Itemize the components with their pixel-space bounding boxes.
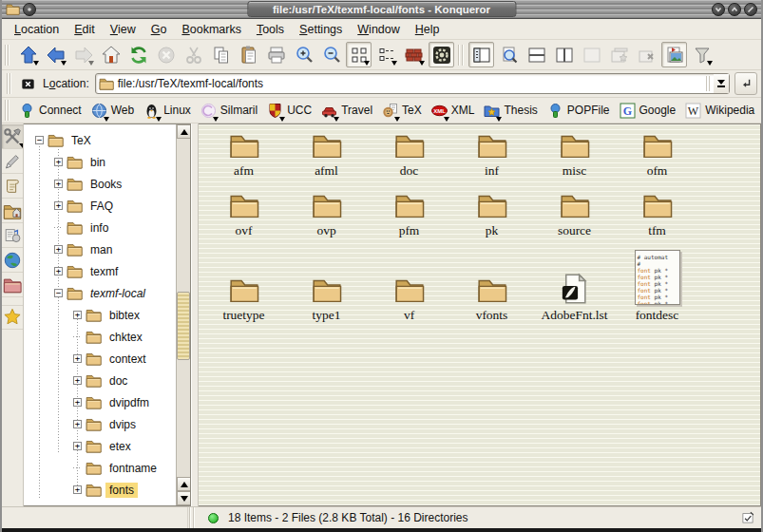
preview-item-fontdesc[interactable]: # automat#font pk *font pk *font pk *fon… [616, 250, 698, 323]
expander-plus-icon[interactable]: + [54, 245, 63, 254]
bookmark-ucc[interactable]: UCC [262, 101, 316, 121]
folder-item-doc[interactable]: doc [368, 130, 450, 179]
icon-view-button[interactable] [346, 42, 372, 67]
folder-item-vfonts[interactable]: vfonts [450, 250, 533, 323]
bookmark-web[interactable]: Web [86, 101, 139, 121]
home-button[interactable] [98, 42, 124, 67]
filter-button[interactable] [689, 42, 715, 67]
tree-item-fonts[interactable]: +fonts [24, 479, 176, 501]
tree-scrollbar[interactable] [176, 124, 190, 505]
folder-item-inf[interactable]: inf [450, 130, 533, 179]
expander-plus-icon[interactable]: + [73, 311, 82, 319]
menu-item-edit[interactable]: Edit [67, 21, 102, 38]
tree-item-chktex[interactable]: chktex [24, 326, 176, 348]
network-button[interactable] [2, 248, 23, 273]
toolbar-grip[interactable] [7, 73, 13, 94]
folder-item-truetype[interactable]: truetype [202, 250, 285, 323]
bookmark-silmaril[interactable]: Silmaril [196, 101, 262, 121]
tree-item-texmf-local[interactable]: −texmf-local [24, 282, 176, 304]
expander-plus-icon[interactable]: + [73, 442, 82, 450]
folder-item-ovf[interactable]: ovf [202, 190, 285, 238]
status-check-icon[interactable] [740, 510, 755, 525]
menu-item-go[interactable]: Go [144, 21, 174, 38]
go-button[interactable] [734, 72, 757, 95]
toolbar-grip[interactable] [5, 45, 11, 66]
expander-plus-icon[interactable]: + [73, 354, 82, 363]
tree-item-fontname[interactable]: fontname [24, 457, 176, 479]
folder-item-vf[interactable]: vf [368, 250, 450, 323]
expander-plus-icon[interactable]: + [54, 267, 63, 276]
file-item-adobefnt.lst[interactable]: AdobeFnt.lst [533, 250, 616, 323]
zoom-in-button[interactable] [291, 42, 316, 67]
reload-button[interactable] [125, 42, 151, 67]
folder-item-pk[interactable]: pk [450, 190, 533, 238]
bookmark-popfile[interactable]: POPFile [543, 101, 615, 121]
minimize-button[interactable] [712, 3, 725, 16]
clear-location-button[interactable] [17, 73, 38, 94]
tree-item-man[interactable]: +man [24, 238, 176, 260]
scroll-up-button[interactable] [177, 124, 191, 139]
folder-icon-view[interactable]: afmafmldocinfmiscofmovfovppfmpksourcetfm… [199, 124, 761, 506]
bookmark-thesis[interactable]: Thesis [479, 101, 542, 121]
folder-item-source[interactable]: source [533, 190, 616, 238]
find-button[interactable] [496, 42, 522, 67]
copy-button[interactable] [208, 42, 234, 67]
folder-item-afml[interactable]: afml [285, 130, 368, 179]
print-button[interactable] [263, 42, 289, 67]
bookmark-tex[interactable]: TeX [377, 101, 427, 121]
tree-item-dvipdfm[interactable]: +dvipdfm [24, 391, 176, 413]
tree-item-Books[interactable]: +Books [24, 173, 176, 195]
gear-button[interactable] [429, 42, 454, 67]
scroll-down-button[interactable] [177, 491, 191, 505]
bookmark-overflow-button[interactable]: » [759, 104, 763, 118]
menu-item-view[interactable]: View [104, 21, 143, 38]
toolbar-grip[interactable] [5, 100, 11, 121]
menu-item-bookmarks[interactable]: Bookmarks [175, 21, 248, 38]
expander-plus-icon[interactable]: + [73, 376, 82, 385]
history-button[interactable] [2, 174, 23, 199]
split-vertical-button[interactable] [551, 42, 577, 67]
titlebar[interactable]: file:/usr/TeX/texmf-local/fonts - Konque… [2, 0, 761, 19]
scroll-up-button[interactable] [177, 477, 191, 491]
location-combobox[interactable]: file:/usr/TeX/texmf-local/fonts [95, 73, 730, 94]
folder-item-misc[interactable]: misc [533, 130, 616, 179]
configure-panel-button[interactable] [2, 124, 23, 149]
expander-minus-icon[interactable]: − [54, 289, 63, 297]
root-folder-button[interactable] [2, 273, 23, 297]
up-button[interactable] [15, 42, 41, 67]
expander-plus-icon[interactable]: + [54, 158, 63, 166]
folder-item-ovp[interactable]: ovp [285, 190, 368, 238]
panel-splitter[interactable] [191, 124, 199, 506]
tree-item-bibtex[interactable]: +bibtex [24, 304, 176, 326]
preview-button[interactable] [661, 42, 687, 67]
tree-item-dvips[interactable]: +dvips [24, 413, 176, 435]
tree-item-FAQ[interactable]: +FAQ [24, 195, 176, 217]
tree-item-TeX[interactable]: −TeX [24, 129, 176, 151]
statusbar-grip[interactable] [189, 507, 196, 528]
folder-item-ofm[interactable]: ofm [616, 130, 698, 179]
tree-item-etex[interactable]: +etex [24, 435, 176, 457]
zoom-out-button[interactable] [318, 42, 344, 67]
services-button[interactable] [2, 223, 23, 248]
bricks-button[interactable] [401, 42, 427, 67]
menu-item-settings[interactable]: Settings [293, 21, 349, 38]
folder-item-pfm[interactable]: pfm [368, 190, 450, 238]
list-view-button[interactable] [373, 42, 399, 67]
paste-button[interactable] [236, 42, 261, 67]
sidebar-toggle-button[interactable] [468, 42, 494, 67]
folder-item-type1[interactable]: type1 [285, 250, 368, 323]
folder-item-afm[interactable]: afm [202, 130, 285, 179]
bookmark-connect[interactable]: Connect [14, 101, 86, 121]
bookmark-xml[interactable]: XMLXML [427, 101, 480, 121]
close-button[interactable] [744, 3, 757, 16]
menu-item-help[interactable]: Help [409, 21, 447, 38]
menu-item-window[interactable]: Window [351, 21, 406, 38]
menu-item-location[interactable]: Location [8, 21, 66, 38]
maximize-button[interactable] [728, 3, 741, 16]
tree-item-texmf[interactable]: +texmf [24, 260, 176, 282]
tree-item-context[interactable]: +context [24, 348, 176, 370]
expander-plus-icon[interactable]: + [73, 485, 82, 494]
tree-item-bin[interactable]: +bin [24, 151, 176, 173]
location-dropdown-button[interactable] [714, 74, 729, 93]
bookmark-linux[interactable]: Linux [139, 101, 196, 121]
